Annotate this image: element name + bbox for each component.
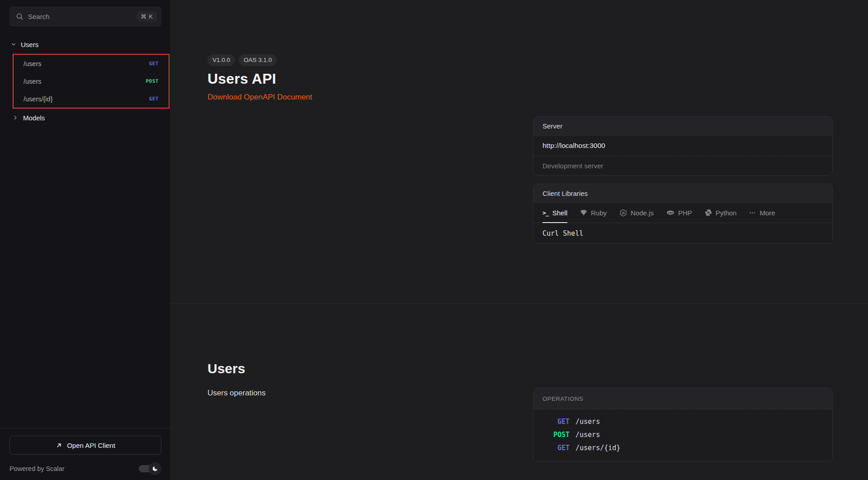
server-description: Development server [533, 156, 832, 175]
version-badge: V1.0.0 [208, 54, 235, 66]
intro-section: V1.0.0 OAS 3.1.0 Users API Download Open… [171, 0, 868, 304]
sidebar-spacer [0, 124, 170, 428]
users-text-column: Users Users operations [208, 304, 515, 480]
sidebar-item-post-users[interactable]: /users POST [14, 72, 169, 90]
tab-label: Node.js [631, 209, 654, 217]
client-libraries-tabs: >_ Shell Ruby [533, 203, 832, 223]
client-library-selection[interactable]: Curl Shell [533, 223, 832, 243]
python-icon [705, 209, 712, 216]
tab-php[interactable]: php PHP [666, 203, 692, 223]
method-badge: GET [542, 442, 570, 455]
tab-label: PHP [678, 209, 692, 217]
open-api-client-label: Open API Client [67, 442, 115, 449]
intro-side-column: Server http://localhost:3000 Development… [533, 0, 833, 304]
endpoint-path: /users/{id} [24, 95, 149, 103]
chevron-down-icon [10, 41, 17, 48]
powered-by-row: Powered by Scalar [9, 462, 161, 475]
users-section-title: Users [208, 361, 515, 376]
method-badge: POST [542, 428, 570, 442]
method-badge: GET [542, 415, 570, 428]
arrow-up-right-icon [56, 442, 62, 449]
client-libraries-card: Client Libraries >_ Shell [533, 184, 833, 244]
operation-post-users[interactable]: POST /users [542, 428, 823, 442]
method-badge: GET [149, 61, 159, 67]
app-root: Search ⌘ K Users /users GET /users [0, 0, 868, 480]
dark-mode-toggle[interactable] [136, 462, 161, 475]
users-section: Users Users operations OPERATIONS GET /u… [171, 304, 868, 480]
endpoint-path: /users [24, 78, 146, 85]
tab-more[interactable]: More [749, 203, 775, 223]
tab-label: Python [716, 209, 737, 217]
server-card: Server http://localhost:3000 Development… [533, 116, 833, 176]
endpoint-path: /users/{id} [576, 442, 620, 455]
search-placeholder: Search [28, 13, 137, 20]
version-badges: V1.0.0 OAS 3.1.0 [208, 54, 515, 66]
sidebar-group-users[interactable]: Users [0, 39, 170, 50]
sidebar-group-label: Models [23, 114, 45, 122]
open-api-client-button[interactable]: Open API Client [9, 436, 161, 455]
operations-card-header: OPERATIONS [533, 388, 832, 409]
server-card-header: Server [533, 117, 832, 136]
sidebar-nav: Users /users GET /users POST /users/{id}… [0, 39, 170, 124]
oas-badge: OAS 3.1.0 [239, 54, 277, 66]
server-url[interactable]: http://localhost:3000 [533, 136, 832, 156]
nodejs-icon: JS [619, 209, 627, 217]
operations-list: GET /users POST /users GET /users/{id} [533, 409, 832, 461]
sidebar-group-label: Users [21, 41, 38, 48]
tab-shell[interactable]: >_ Shell [542, 203, 567, 223]
operation-get-users-id[interactable]: GET /users/{id} [542, 442, 823, 455]
method-badge: GET [149, 96, 159, 102]
tab-python[interactable]: Python [705, 203, 737, 223]
sidebar-item-get-users-id[interactable]: /users/{id} GET [14, 90, 169, 108]
terminal-icon: >_ [542, 209, 549, 216]
svg-text:JS: JS [621, 211, 625, 214]
download-openapi-link[interactable]: Download OpenAPI Document [208, 93, 312, 102]
sidebar-footer: Open API Client Powered by Scalar [0, 428, 170, 480]
ruby-icon [580, 209, 587, 216]
search-input[interactable]: Search ⌘ K [9, 7, 161, 26]
page-title: Users API [208, 71, 515, 87]
sidebar-highlight-annotation: /users GET /users POST /users/{id} GET [13, 54, 170, 109]
tab-nodejs[interactable]: JS Node.js [619, 203, 654, 223]
client-libraries-header: Client Libraries [533, 184, 832, 203]
powered-by-label[interactable]: Powered by Scalar [9, 465, 65, 472]
main-content: V1.0.0 OAS 3.1.0 Users API Download Open… [171, 0, 868, 480]
search-shortcut-badge: ⌘ K [137, 11, 157, 22]
tab-label: Shell [552, 209, 567, 217]
svg-text:php: php [668, 211, 673, 214]
users-section-description: Users operations [208, 389, 515, 398]
moon-icon [149, 462, 161, 475]
tab-label: Ruby [591, 209, 607, 217]
operations-card: OPERATIONS GET /users POST /users GET /u [533, 388, 833, 461]
intro-text-column: V1.0.0 OAS 3.1.0 Users API Download Open… [208, 0, 515, 304]
users-side-column: OPERATIONS GET /users POST /users GET /u [533, 304, 833, 480]
endpoint-path: /users [576, 415, 600, 428]
operation-get-users[interactable]: GET /users [542, 415, 823, 428]
tab-ruby[interactable]: Ruby [580, 203, 607, 223]
sidebar: Search ⌘ K Users /users GET /users [0, 0, 171, 480]
tab-label: More [760, 209, 775, 217]
method-badge: POST [146, 78, 159, 84]
sidebar-item-get-users[interactable]: /users GET [14, 55, 169, 72]
php-icon: php [666, 209, 675, 217]
chevron-right-icon [12, 114, 19, 121]
sidebar-group-models[interactable]: Models [0, 112, 170, 124]
ellipsis-icon [749, 209, 756, 216]
search-icon [16, 13, 24, 20]
endpoint-path: /users [24, 60, 149, 67]
endpoint-path: /users [576, 428, 600, 442]
